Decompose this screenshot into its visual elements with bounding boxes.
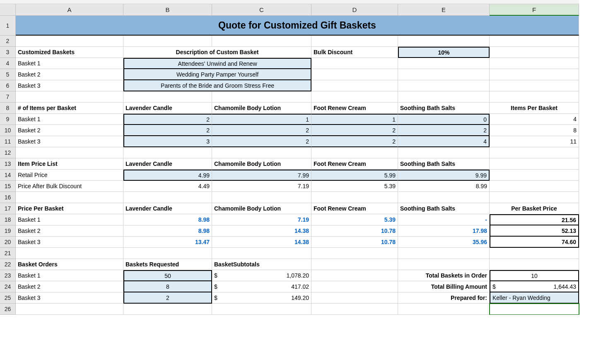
spreadsheet-grid[interactable]: A B C D E F 1 Quote for Customized Gift … [0,0,613,315]
row-header-4[interactable]: 4 [0,58,16,69]
total-billing-value[interactable]: $1,644.43 [490,281,579,292]
cell[interactable] [311,36,398,47]
cell[interactable] [311,69,398,80]
hdr-salts3[interactable]: Soothing Bath Salts [398,203,490,214]
cell[interactable] [311,147,398,158]
items-b1-foot[interactable]: 1 [311,114,398,125]
cell[interactable] [398,248,490,259]
cell[interactable] [212,91,311,103]
cell[interactable] [311,192,398,203]
ppb-b3-salts[interactable]: 35.96 [398,237,490,248]
row-header-2[interactable]: 2 [0,36,16,47]
items-b2-foot[interactable]: 2 [311,125,398,136]
cell[interactable] [16,304,123,315]
label-b2[interactable]: Basket 2 [16,125,123,136]
cell[interactable] [490,181,579,192]
cell[interactable] [398,36,490,47]
ppb-b3-label[interactable]: Basket 3 [16,237,123,248]
ppb-b1-foot[interactable]: 5.39 [311,214,398,225]
items-b2-cham[interactable]: 2 [212,125,311,136]
label-prepared-for[interactable]: Prepared for: [398,292,490,304]
ppb-b2-cham[interactable]: 14.38 [212,225,311,237]
label-b3[interactable]: Basket 3 [16,136,123,147]
row-header-12[interactable]: 12 [0,147,16,158]
active-cell-F26[interactable] [490,304,579,315]
hdr-items-per-basket[interactable]: Items Per Basket [490,103,579,114]
cell[interactable] [16,91,123,103]
row-header-10[interactable]: 10 [0,125,16,136]
row-header-19[interactable]: 19 [0,225,16,237]
cell[interactable] [16,36,123,47]
cell[interactable] [490,58,579,69]
hdr-basket-subtotals[interactable]: BasketSubtotals [212,259,311,270]
col-header-F[interactable]: F [490,4,579,16]
cell[interactable] [212,248,311,259]
row-header-14[interactable]: 14 [0,170,16,181]
orders-b3-label[interactable]: Basket 3 [16,292,123,304]
row-header-11[interactable]: 11 [0,136,16,147]
cell[interactable] [398,147,490,158]
cell[interactable] [311,248,398,259]
desc-basket-1[interactable]: Attendees' Unwind and Renew [123,58,311,69]
items-b2-lav[interactable]: 2 [123,125,212,136]
row-header-20[interactable]: 20 [0,237,16,248]
row-header-23[interactable]: 23 [0,270,16,281]
items-b2-total[interactable]: 8 [490,125,579,136]
row-header-7[interactable]: 7 [0,91,16,103]
cell[interactable] [16,248,123,259]
row-header-5[interactable]: 5 [0,69,16,80]
row-header-26[interactable]: 26 [0,304,16,315]
cell[interactable] [311,80,398,91]
row-header-24[interactable]: 24 [0,281,16,292]
row-header-21[interactable]: 21 [0,248,16,259]
label-total-baskets[interactable]: Total Baskets in Order [398,270,490,281]
hdr-foot[interactable]: Foot Renew Cream [311,103,398,114]
row-header-22[interactable]: 22 [0,259,16,270]
ppb-b1-lav[interactable]: 8.98 [123,214,212,225]
row-header-15[interactable]: 15 [0,181,16,192]
after-foot[interactable]: 5.39 [311,181,398,192]
orders-b2-req[interactable]: 8 [123,281,212,292]
hdr-baskets-requested[interactable]: Baskets Requested [123,259,212,270]
items-b3-lav[interactable]: 3 [123,136,212,147]
col-header-B[interactable]: B [123,4,212,16]
label-price-list[interactable]: Item Price List [16,158,123,170]
ppb-b3-total[interactable]: 74.60 [490,237,579,248]
hdr-salts2[interactable]: Soothing Bath Salts [398,158,490,170]
cell[interactable] [123,147,212,158]
cell[interactable] [398,80,490,91]
cell[interactable] [490,147,579,158]
row-header-16[interactable]: 16 [0,192,16,203]
ppb-b1-label[interactable]: Basket 1 [16,214,123,225]
hdr-foot3[interactable]: Foot Renew Cream [311,203,398,214]
row-header-13[interactable]: 13 [0,158,16,170]
cell[interactable] [123,248,212,259]
items-b3-foot[interactable]: 2 [311,136,398,147]
col-header-A[interactable]: A [16,4,123,16]
label-customized-baskets[interactable]: Customized Baskets [16,47,123,58]
cell[interactable] [490,158,579,170]
cell[interactable] [16,147,123,158]
hdr-lav3[interactable]: Lavender Candle [123,203,212,214]
orders-b1-label[interactable]: Basket 1 [16,270,123,281]
orders-b3-req[interactable]: 2 [123,292,212,304]
desc-basket-2[interactable]: Wedding Party Pamper Yourself [123,69,311,80]
cell[interactable] [212,192,311,203]
hdr-lav2[interactable]: Lavender Candle [123,158,212,170]
cell[interactable] [311,270,398,281]
cell[interactable] [16,192,123,203]
cell[interactable] [490,170,579,181]
select-all-corner[interactable] [0,4,16,16]
hdr-lavender[interactable]: Lavender Candle [123,103,212,114]
col-header-C[interactable]: C [212,4,311,16]
ppb-b3-lav[interactable]: 13.47 [123,237,212,248]
ppb-b2-label[interactable]: Basket 2 [16,225,123,237]
cell[interactable] [212,147,311,158]
cell[interactable] [490,259,579,270]
label-after-discount[interactable]: Price After Bulk Discount [16,181,123,192]
ppb-b1-salts[interactable]: - [398,214,490,225]
retail-salts[interactable]: 9.99 [398,170,490,181]
total-baskets-value[interactable]: 10 [490,270,579,281]
retail-lav[interactable]: 4.99 [123,170,212,181]
retail-cham[interactable]: 7.99 [212,170,311,181]
